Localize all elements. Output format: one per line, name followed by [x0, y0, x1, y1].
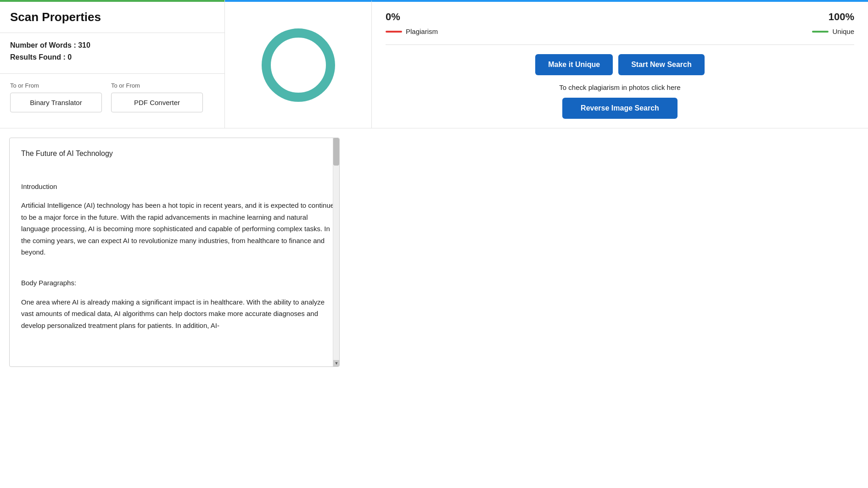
text-title: The Future of AI Technology	[21, 147, 335, 160]
text-area-wrapper[interactable]: The Future of AI Technology Introduction…	[9, 138, 340, 367]
intro-body: Artificial Intelligence (AI) technology …	[21, 200, 335, 258]
start-new-search-button[interactable]: Start New Search	[618, 54, 705, 75]
number-of-words-label: Number of Words :	[10, 41, 78, 49]
reverse-image-search-button[interactable]: Reverse Image Search	[562, 98, 678, 119]
scrollbar-thumb[interactable]	[333, 138, 339, 166]
pdf-converter-button[interactable]: PDF Converter	[111, 93, 203, 112]
binary-translator-label: To or From	[10, 82, 102, 89]
divider	[386, 44, 854, 45]
plagiarism-legend: Plagiarism	[386, 28, 438, 35]
text-content: The Future of AI Technology Introduction…	[10, 138, 339, 348]
scan-properties-title: Scan Properties	[10, 10, 214, 24]
pdf-converter-label: To or From	[111, 82, 203, 89]
percent-row: 0% 100%	[386, 11, 854, 23]
binary-translator-col: To or From Binary Translator	[10, 82, 102, 112]
unique-legend-line	[812, 31, 829, 33]
plagiarism-percent-item: 0%	[386, 11, 400, 23]
binary-translator-button[interactable]: Binary Translator	[10, 93, 102, 112]
results-found-value: 0	[67, 53, 72, 61]
results-found: Results Found : 0	[10, 53, 214, 61]
pdf-converter-col: To or From PDF Converter	[111, 82, 203, 112]
svg-point-0	[266, 33, 330, 97]
scrollbar-arrow-down[interactable]: ▼	[333, 360, 340, 366]
bottom-section: The Future of AI Technology Introduction…	[0, 128, 868, 376]
plagiarism-percent-value: 0%	[386, 11, 400, 23]
unique-percent-value: 100%	[829, 11, 854, 23]
results-found-label: Results Found :	[10, 53, 67, 61]
action-buttons: Make it Unique Start New Search	[386, 54, 854, 75]
number-of-words: Number of Words : 310	[10, 41, 214, 50]
number-of-words-value: 310	[78, 41, 90, 49]
donut-section	[225, 0, 372, 128]
scrollbar-track[interactable]: ▲ ▼	[333, 138, 339, 366]
legend-row: Plagiarism Unique	[386, 28, 854, 35]
donut-svg	[257, 24, 340, 106]
body-para1: One area where AI is already making a si…	[21, 296, 335, 332]
word-stats: Number of Words : 310 Results Found : 0	[0, 33, 224, 74]
donut-chart	[257, 24, 340, 106]
plagiarism-legend-line	[386, 31, 402, 33]
translator-section: To or From Binary Translator To or From …	[0, 74, 224, 121]
plagiarism-legend-label: Plagiarism	[406, 28, 438, 35]
scan-properties-header: Scan Properties	[0, 0, 224, 33]
body-heading: Body Paragraphs:	[21, 277, 335, 289]
stats-section: 0% 100% Plagiarism Unique Make it Unique	[372, 0, 868, 128]
left-panel: Scan Properties Number of Words : 310 Re…	[0, 0, 225, 128]
unique-percent-item: 100%	[829, 11, 854, 23]
right-panel: 0% 100% Plagiarism Unique Make it Unique	[225, 0, 868, 128]
intro-heading: Introduction	[21, 181, 335, 193]
unique-legend-label: Unique	[832, 28, 854, 35]
make-unique-button[interactable]: Make it Unique	[535, 54, 613, 75]
photo-check-text: To check plagiarism in photos click here	[386, 83, 854, 91]
unique-legend: Unique	[812, 28, 854, 35]
